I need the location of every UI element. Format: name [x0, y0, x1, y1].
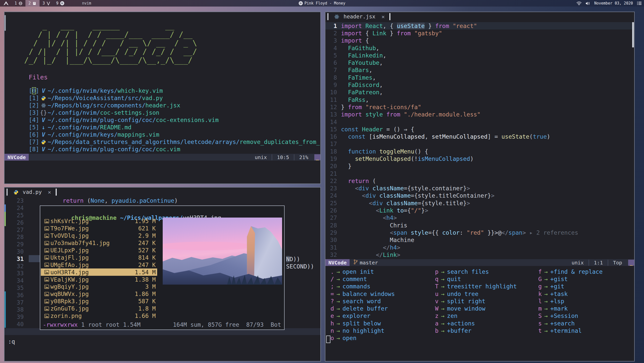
which-key-l[interactable]: l→+lsp	[538, 297, 603, 305]
which-key-g[interactable]: g→+git	[538, 283, 603, 290]
editor-line-5[interactable]: 5 FaLinkedin,	[325, 52, 634, 59]
editor-line-19[interactable]: 19 setMenuCollapsed(!isMenuCollapsed)	[325, 155, 634, 162]
which-key-b[interactable]: b→+buffer	[435, 327, 517, 334]
scrollbar-thumb[interactable]	[632, 22, 634, 47]
which-key-k[interactable]: k→+task	[538, 290, 603, 297]
editor-line-17[interactable]: 17	[325, 140, 634, 148]
editor-line-27[interactable]: 27 <h4>	[325, 214, 634, 222]
tab-header-jsx[interactable]: header.jsx	[344, 14, 375, 20]
lf-file-list[interactable]: shKsVrL.jpg1.95 MT9o7FWe.jpg621 KTvOVDlq…	[41, 218, 157, 319]
lf-file-VEaljKW.jpg[interactable]: VEaljKW.jpg1.38 M	[41, 276, 157, 283]
workspace-2[interactable]: 2	[25, 0, 40, 7]
editor-line-21[interactable]: 21	[325, 170, 634, 177]
which-key-G[interactable]: G→+gist	[538, 275, 603, 283]
workspace-9[interactable]: 9	[53, 0, 67, 7]
lf-file-TvOVDlq.jpg[interactable]: TvOVDlq.jpg2.9 M	[41, 232, 157, 239]
which-key-o[interactable]: o→open	[330, 335, 395, 342]
lf-file-wgBqiyY.jpg[interactable]: wgBqiyY.jpg3 M	[41, 283, 157, 290]
tab-vad-py[interactable]: vad.py	[23, 189, 42, 195]
editor-line-14[interactable]: 14	[325, 118, 634, 126]
which-key-a[interactable]: a→+actions	[435, 320, 517, 327]
editor-line-9[interactable]: 9 FaDiscord,	[325, 81, 634, 88]
which-key-e[interactable]: e→explorer	[330, 312, 395, 320]
which-key-m[interactable]: m→+mark	[538, 305, 603, 312]
editor-line-25[interactable]: 25 <div className={style.title}>	[325, 199, 634, 207]
arch-logo-icon[interactable]	[4, 0, 9, 7]
which-key-t[interactable]: t→+terminal	[538, 327, 603, 334]
editor-lines[interactable]: 1import React, { useState } from "react"…	[325, 22, 634, 259]
which-key-q[interactable]: q→quit	[435, 275, 517, 283]
close-icon[interactable]: ×	[381, 14, 385, 20]
which-key-.[interactable]: .→open init	[330, 268, 395, 275]
list-menu-icon[interactable]	[637, 2, 641, 5]
lf-file-UEJLpxP.jpg[interactable]: UEJLpxP.jpg527 K	[41, 247, 157, 254]
which-key-n[interactable]: n→no highlight	[330, 327, 395, 334]
editor-line-23[interactable]: 23 return (None, pyaudio.paContinue)	[5, 197, 320, 204]
editor-line-29[interactable]: 29 <span style={{ color: "red" }}>@</spa…	[325, 229, 634, 236]
which-key-/[interactable]: /→comment	[330, 275, 395, 283]
editor-line-13[interactable]: 13import style from "./header.module.les…	[325, 111, 634, 118]
which-key-T[interactable]: T→treesitter highlight	[435, 283, 517, 290]
which-key-z[interactable]: z→zen	[435, 312, 517, 320]
which-key-=[interactable]: =→balance windows	[330, 290, 395, 297]
editor-line-23[interactable]: 23 <div className={style.container}>	[325, 185, 634, 192]
workspace-1[interactable]: 1	[12, 0, 25, 7]
which-key-s[interactable]: s→+search	[538, 320, 603, 327]
lf-file-UktajFl.jpg[interactable]: UktajFl.jpg814 K	[41, 254, 157, 261]
recent-file-5[interactable]: [5]↓~/.config/nvim/README.md	[29, 124, 320, 131]
lf-file-shKsVrL.jpg[interactable]: shKsVrL.jpg1.95 M	[41, 218, 157, 225]
editor-line-2[interactable]: 2import { Link } from "gatsby"	[325, 29, 634, 37]
editor-line-24[interactable]: 24 <div className={style.titleContainer}…	[325, 192, 634, 199]
editor-line-32[interactable]: 32 </Link>	[325, 251, 634, 258]
editor-line-18[interactable]: 18 function toggleMenu() {	[325, 148, 634, 155]
editor-line-7[interactable]: 7 FaBars,	[325, 67, 634, 74]
editor-line-6[interactable]: 6 FaYoutube,	[325, 59, 634, 66]
editor-line-16[interactable]: 16 const [isMenuCollapsed, setMenuCollap…	[325, 133, 634, 140]
recent-file-1[interactable]: [1]~/Repos/VoiceAssistant/src/vad.py	[29, 95, 320, 102]
editor-line-30[interactable]: 30 Machine	[325, 236, 634, 244]
recent-file-6[interactable]: [6]V~/.config/nvim/keys/mappings.vim	[29, 131, 320, 138]
which-key-v[interactable]: v→split right	[435, 297, 517, 305]
command-line[interactable]: :q	[8, 338, 15, 345]
which-key-S[interactable]: S→+Session	[538, 312, 603, 320]
lf-file-UMgEfAo.jpg[interactable]: UMgEfAo.jpg247 K	[41, 261, 157, 268]
editor-line-12[interactable]: 12} from "react-icons/fa"	[325, 103, 634, 111]
recent-file-4[interactable]: [4]V~/.config/nvim/plug-config/coc/coc-e…	[29, 116, 320, 124]
editor-line-10[interactable]: 10 FaPatreon,	[325, 89, 634, 96]
recent-file-3[interactable]: [3]{}~/.config/nvim/coc-settings.json	[29, 109, 320, 116]
recent-file-2[interactable]: [2]~/Repos/blog/src/components/header.js…	[29, 102, 320, 109]
recent-file-8[interactable]: [8]V~/.config/nvim/plug-config/coc/coc.v…	[29, 146, 320, 153]
editor-line-26[interactable]: 26 <Link to={"/"}>	[325, 207, 634, 214]
editor-line-20[interactable]: 20 }	[325, 163, 634, 170]
lf-file-wqBUWVx.jpg[interactable]: wqBUWVx.jpg1.86 M	[41, 290, 157, 298]
recent-file-0[interactable]: [0]V~/.config/nvim/keys/which-key.vim	[29, 87, 320, 95]
editor-line-28[interactable]: 28 Chris	[325, 222, 634, 229]
lf-file-zGnGuT6.jpg[interactable]: zGnGuT6.jpg1.8 M	[41, 305, 157, 312]
workspace-3[interactable]: 3	[40, 0, 53, 7]
lf-file-uoH3RT4.jpg[interactable]: uoH3RT4.jpg1.54 M	[41, 268, 157, 276]
which-key-h[interactable]: h→split below	[330, 320, 395, 327]
editor-line-31[interactable]: 31 </h4>	[325, 244, 634, 251]
editor-line-11[interactable]: 11 FaRss,	[325, 96, 634, 103]
volume-icon[interactable]	[586, 2, 590, 5]
which-key-;[interactable]: ;→commands	[330, 283, 395, 290]
lf-file-T9o7FWe.jpg[interactable]: T9o7FWe.jpg621 K	[41, 225, 157, 232]
scrollbar-thumb[interactable]	[5, 15, 6, 31]
wifi-icon[interactable]	[577, 2, 582, 5]
editor-line-4[interactable]: 4 FaGithub,	[325, 44, 634, 52]
lf-file-y08Rpk3.jpg[interactable]: y08Rpk3.jpg587 K	[41, 298, 157, 305]
which-key-W[interactable]: W→move window	[435, 305, 517, 312]
which-key-u[interactable]: u→undo tree	[435, 290, 517, 297]
editor-line-1[interactable]: 1import React, { useState } from "react"	[325, 22, 634, 29]
close-icon[interactable]: ×	[48, 189, 51, 195]
editor-line-22[interactable]: 22 return (	[325, 177, 634, 185]
which-key-d[interactable]: d→delete buffer	[330, 305, 395, 312]
which-key-?[interactable]: ?→search word	[330, 297, 395, 305]
editor-line-15[interactable]: 15const Header = () ⇒ {	[325, 126, 634, 133]
which-key-f[interactable]: f→+find & replace	[538, 268, 603, 275]
lf-file-zorin.png[interactable]: zorin.png1.66 M	[41, 312, 157, 320]
now-playing[interactable]: Pink Floyd - Money	[0, 0, 644, 7]
which-key-p[interactable]: p→search files	[435, 268, 517, 275]
editor-line-8[interactable]: 8 FaTimes,	[325, 74, 634, 81]
recent-file-7[interactable]: [7]~/Repos/data_structures_and_algorithm…	[29, 138, 320, 146]
